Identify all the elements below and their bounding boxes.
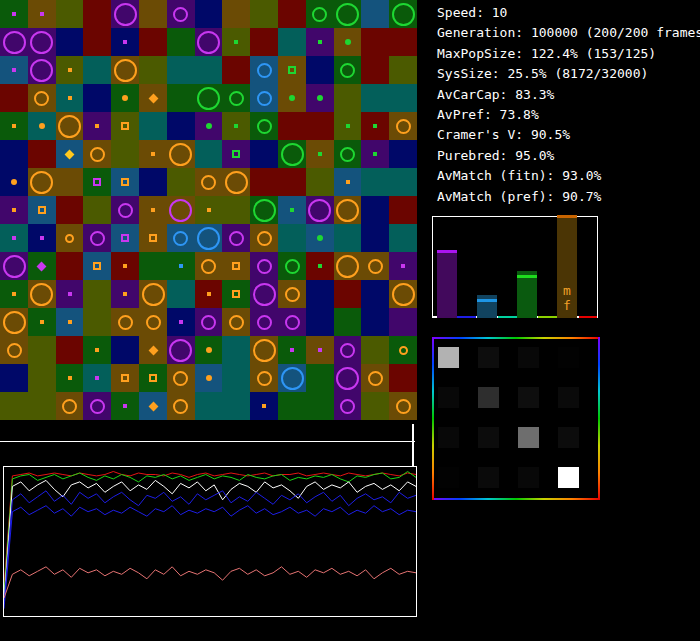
grid-cell[interactable] — [139, 336, 167, 364]
grid-cell[interactable] — [334, 196, 362, 224]
grid-cell[interactable] — [139, 56, 167, 84]
grid-cell[interactable] — [250, 112, 278, 140]
grid-cell[interactable] — [361, 392, 389, 420]
grid-cell[interactable] — [389, 224, 417, 252]
grid-cell[interactable] — [28, 56, 56, 84]
world-grid[interactable] — [0, 0, 417, 420]
grid-cell[interactable] — [139, 392, 167, 420]
grid-cell[interactable] — [0, 308, 28, 336]
grid-cell[interactable] — [167, 84, 195, 112]
grid-cell[interactable] — [334, 84, 362, 112]
grid-cell[interactable] — [83, 336, 111, 364]
grid-cell[interactable] — [56, 196, 84, 224]
grid-cell[interactable] — [167, 252, 195, 280]
grid-cell[interactable] — [167, 140, 195, 168]
grid-cell[interactable] — [167, 28, 195, 56]
grid-cell[interactable] — [56, 224, 84, 252]
grid-cell[interactable] — [389, 308, 417, 336]
grid-cell[interactable] — [139, 28, 167, 56]
grid-cell[interactable] — [222, 364, 250, 392]
grid-cell[interactable] — [167, 308, 195, 336]
grid-cell[interactable] — [195, 196, 223, 224]
grid-cell[interactable] — [250, 308, 278, 336]
grid-cell[interactable] — [111, 168, 139, 196]
grid-cell[interactable] — [306, 308, 334, 336]
grid-cell[interactable] — [334, 0, 362, 28]
grid-cell[interactable] — [56, 364, 84, 392]
grid-cell[interactable] — [306, 112, 334, 140]
grid-cell[interactable] — [28, 252, 56, 280]
grid-cell[interactable] — [28, 112, 56, 140]
grid-cell[interactable] — [334, 336, 362, 364]
grid-cell[interactable] — [250, 336, 278, 364]
grid-cell[interactable] — [278, 0, 306, 28]
grid-cell[interactable] — [0, 0, 28, 28]
grid-cell[interactable] — [361, 252, 389, 280]
grid-cell[interactable] — [28, 84, 56, 112]
grid-cell[interactable] — [334, 392, 362, 420]
grid-cell[interactable] — [28, 224, 56, 252]
grid-cell[interactable] — [389, 84, 417, 112]
grid-cell[interactable] — [167, 0, 195, 28]
grid-cell[interactable] — [167, 280, 195, 308]
grid-cell[interactable] — [111, 140, 139, 168]
grid-cell[interactable] — [139, 252, 167, 280]
grid-cell[interactable] — [56, 84, 84, 112]
grid-cell[interactable] — [28, 0, 56, 28]
grid-cell[interactable] — [361, 308, 389, 336]
grid-cell[interactable] — [195, 392, 223, 420]
grid-cell[interactable] — [0, 196, 28, 224]
grid-cell[interactable] — [56, 308, 84, 336]
grid-cell[interactable] — [222, 336, 250, 364]
grid-cell[interactable] — [167, 336, 195, 364]
grid-cell[interactable] — [306, 252, 334, 280]
grid-cell[interactable] — [111, 112, 139, 140]
grid-cell[interactable] — [28, 392, 56, 420]
grid-cell[interactable] — [83, 112, 111, 140]
grid-cell[interactable] — [0, 252, 28, 280]
grid-cell[interactable] — [278, 364, 306, 392]
grid-cell[interactable] — [83, 28, 111, 56]
grid-cell[interactable] — [195, 140, 223, 168]
grid-cell[interactable] — [250, 392, 278, 420]
grid-cell[interactable] — [195, 168, 223, 196]
grid-cell[interactable] — [167, 112, 195, 140]
grid-cell[interactable] — [167, 196, 195, 224]
grid-cell[interactable] — [83, 224, 111, 252]
grid-cell[interactable] — [361, 56, 389, 84]
grid-cell[interactable] — [195, 336, 223, 364]
grid-cell[interactable] — [250, 364, 278, 392]
grid-cell[interactable] — [0, 392, 28, 420]
grid-cell[interactable] — [195, 0, 223, 28]
grid-cell[interactable] — [389, 364, 417, 392]
grid-cell[interactable] — [222, 392, 250, 420]
grid-cell[interactable] — [250, 196, 278, 224]
grid-cell[interactable] — [195, 308, 223, 336]
grid-cell[interactable] — [222, 280, 250, 308]
grid-cell[interactable] — [306, 364, 334, 392]
grid-cell[interactable] — [0, 168, 28, 196]
grid-cell[interactable] — [56, 112, 84, 140]
grid-cell[interactable] — [167, 224, 195, 252]
grid-cell[interactable] — [28, 140, 56, 168]
grid-cell[interactable] — [139, 224, 167, 252]
grid-cell[interactable] — [0, 224, 28, 252]
grid-cell[interactable] — [0, 140, 28, 168]
grid-cell[interactable] — [306, 336, 334, 364]
grid-cell[interactable] — [83, 56, 111, 84]
grid-cell[interactable] — [0, 28, 28, 56]
grid-cell[interactable] — [389, 28, 417, 56]
grid-cell[interactable] — [306, 280, 334, 308]
grid-cell[interactable] — [278, 196, 306, 224]
grid-cell[interactable] — [250, 168, 278, 196]
grid-cell[interactable] — [195, 364, 223, 392]
grid-cell[interactable] — [28, 168, 56, 196]
grid-cell[interactable] — [83, 168, 111, 196]
grid-cell[interactable] — [111, 280, 139, 308]
grid-cell[interactable] — [195, 28, 223, 56]
grid-cell[interactable] — [389, 140, 417, 168]
grid-cell[interactable] — [334, 140, 362, 168]
grid-cell[interactable] — [56, 168, 84, 196]
grid-cell[interactable] — [361, 0, 389, 28]
grid-cell[interactable] — [0, 84, 28, 112]
